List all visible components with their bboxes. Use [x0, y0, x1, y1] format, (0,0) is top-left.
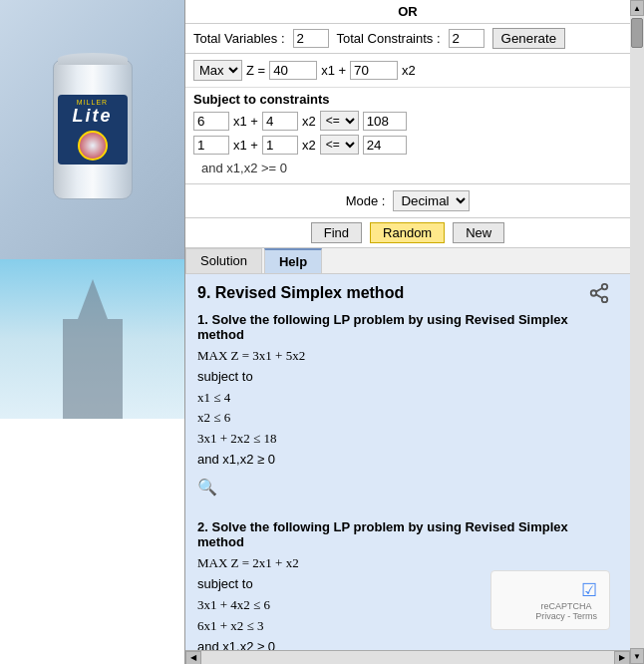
scroll-up-arrow[interactable]: ▲: [630, 0, 644, 16]
c1-coeff1[interactable]: [193, 112, 229, 131]
tab-help[interactable]: Help: [264, 248, 322, 273]
p1-zoom-icon[interactable]: 🔍: [197, 475, 217, 500]
building-outline: [63, 319, 123, 419]
constraint-row-1: x1 + x2 <= = >=: [193, 111, 622, 131]
objective-type-select[interactable]: Max Min: [193, 60, 242, 81]
total-constraints-label: Total Constraints :: [337, 31, 441, 46]
total-variables-input[interactable]: [293, 29, 329, 48]
total-variables-label: Total Variables :: [193, 31, 285, 46]
generate-button[interactable]: Generate: [492, 28, 566, 49]
c1-coeff2[interactable]: [262, 112, 298, 131]
bottom-scrollbar: ◀ ▶: [185, 650, 630, 664]
z-label: Z =: [246, 63, 265, 78]
obj-coeff2-input[interactable]: [350, 61, 398, 80]
find-button[interactable]: Find: [311, 222, 362, 243]
svg-line-4: [596, 288, 602, 292]
total-constraints-input[interactable]: [449, 29, 484, 48]
c2-op-select[interactable]: <= = >=: [320, 135, 359, 155]
lite-text: Lite: [72, 106, 112, 127]
p1-c3: 3x1 + 2x2 ≤ 18: [197, 429, 618, 450]
random-button[interactable]: Random: [370, 222, 445, 243]
constraints-section: Subject to constraints x1 + x2 <= = >= x…: [185, 88, 630, 183]
c1-x1-label: x1 +: [233, 114, 258, 129]
x1-label: x1 +: [321, 63, 346, 78]
recaptcha-box: ☑ reCAPTCHAPrivacy - Terms: [490, 570, 610, 630]
p1-c2: x2 ≤ 6: [197, 408, 618, 429]
c2-coeff1[interactable]: [193, 136, 229, 155]
svg-line-3: [596, 294, 602, 298]
tab-solution[interactable]: Solution: [185, 248, 262, 273]
section-heading: 9. Revised Simplex method: [197, 284, 618, 302]
can-body: MILLER Lite: [53, 60, 133, 199]
p1-nonneg: and x1,x2 ≥ 0: [197, 450, 618, 471]
problem-1: 1. Solve the following LP problem by usi…: [197, 312, 618, 499]
sky-background: [0, 259, 184, 419]
recaptcha-text: reCAPTCHAPrivacy - Terms: [535, 601, 597, 621]
lite-can-image: MILLER Lite: [0, 0, 184, 259]
scroll-down-arrow[interactable]: ▼: [630, 648, 644, 664]
left-ad-panel: MILLER Lite: [0, 0, 184, 664]
x2-label: x2: [402, 63, 416, 78]
p1-c1: x1 ≤ 4: [197, 388, 618, 409]
or-label: OR: [398, 4, 418, 19]
or-divider: OR: [185, 0, 630, 24]
c1-x2-label: x2: [302, 114, 316, 129]
problem-1-number: 1. Solve the following LP problem by usi…: [197, 312, 618, 342]
nonneg-label: and x1,x2 >= 0: [193, 159, 622, 179]
p1-objective: MAX Z = 3x1 + 5x2: [197, 346, 618, 367]
recaptcha-logo: ☑: [581, 579, 597, 601]
p2-nonneg: and x1,x2 ≥ 0: [197, 637, 618, 650]
mode-select[interactable]: Decimal Fraction: [393, 190, 470, 211]
svg-point-1: [591, 290, 597, 296]
c2-rhs[interactable]: [363, 136, 407, 155]
scroll-right-arrow[interactable]: ▶: [614, 651, 630, 665]
new-button[interactable]: New: [453, 222, 504, 243]
share-icon[interactable]: [588, 282, 610, 309]
svg-point-0: [602, 284, 608, 290]
mode-label: Mode :: [346, 193, 386, 208]
right-scrollbar: ▲ ▼: [630, 0, 644, 664]
p1-subject: subject to: [197, 367, 618, 388]
c1-rhs[interactable]: [363, 112, 407, 131]
c1-op-select[interactable]: <= = >=: [320, 111, 359, 131]
building-spire: [78, 279, 108, 319]
tabs-row: Solution Help: [185, 248, 630, 274]
problem-1-body: MAX Z = 3x1 + 5x2 subject to x1 ≤ 4 x2 ≤…: [197, 346, 618, 499]
action-row: Find Random New: [185, 218, 630, 248]
can-circle: [78, 131, 108, 161]
miller-text: MILLER: [77, 99, 108, 106]
problem-2-number: 2. Solve the following LP problem by usi…: [197, 519, 618, 549]
c2-coeff2[interactable]: [262, 136, 298, 155]
objective-row: Max Min Z = x1 + x2: [185, 54, 630, 88]
constraint-row-2: x1 + x2 <= = >=: [193, 135, 622, 155]
scroll-left-arrow[interactable]: ◀: [185, 651, 201, 665]
mode-row: Mode : Decimal Fraction: [185, 183, 630, 218]
solution-area: 9. Revised Simplex method 1. Solve the f…: [185, 274, 630, 650]
obj-coeff1-input[interactable]: [269, 61, 317, 80]
svg-point-2: [602, 297, 608, 303]
can-label: MILLER Lite: [58, 95, 128, 165]
main-content: OR Total Variables : Total Constraints :…: [184, 0, 630, 664]
config-row: Total Variables : Total Constraints : Ge…: [185, 24, 630, 54]
subject-label: Subject to constraints: [193, 92, 622, 107]
can-top: [58, 53, 128, 65]
c2-x2-label: x2: [302, 138, 316, 153]
c2-x1-label: x1 +: [233, 138, 258, 153]
scroll-thumb[interactable]: [631, 18, 643, 48]
h-scroll-track[interactable]: [201, 651, 614, 665]
